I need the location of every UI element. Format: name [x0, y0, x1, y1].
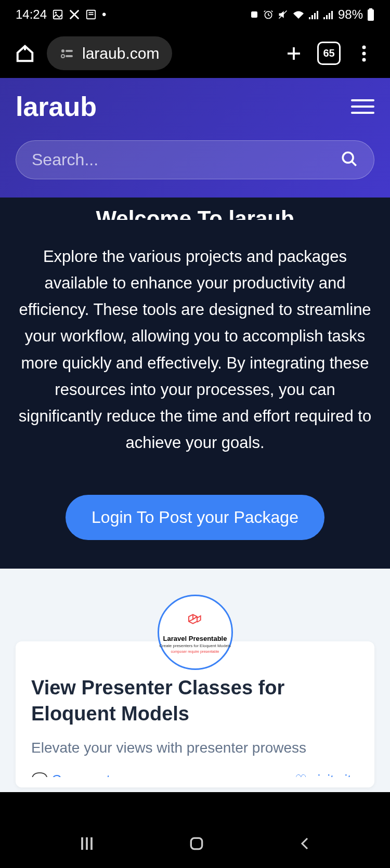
- svg-rect-11: [317, 11, 318, 19]
- hero-section: Welcome To laraub Explore the various pr…: [0, 198, 390, 569]
- site-logo[interactable]: laraub: [16, 91, 97, 122]
- svg-line-28: [352, 161, 356, 166]
- url-bar[interactable]: laraub.com: [47, 36, 172, 70]
- new-tab-button[interactable]: [281, 41, 307, 67]
- status-bar: 14:24 • 98%: [0, 0, 390, 29]
- login-button[interactable]: Login To Post your Package: [66, 495, 324, 540]
- svg-point-20: [61, 55, 64, 58]
- laravel-icon: [187, 612, 203, 632]
- badge-subtitle: Create presenters for Eloquent Models: [159, 643, 230, 648]
- svg-rect-16: [369, 8, 372, 9]
- image-icon: [52, 9, 63, 20]
- svg-rect-12: [323, 17, 325, 19]
- svg-rect-9: [311, 15, 313, 19]
- svg-rect-32: [191, 838, 202, 849]
- svg-rect-10: [314, 13, 316, 19]
- svg-rect-15: [331, 11, 333, 19]
- search-container[interactable]: [16, 140, 374, 179]
- url-text: laraub.com: [82, 45, 159, 62]
- card-description: Elevate your views with presenter prowes…: [31, 740, 359, 756]
- menu-button[interactable]: [351, 99, 374, 114]
- site-header: laraub: [0, 78, 390, 198]
- svg-point-25: [362, 51, 366, 55]
- heart-icon: ♡: [295, 772, 307, 777]
- badge-tag: composer require presentable: [171, 650, 219, 653]
- visit-link[interactable]: ♡ visit site: [295, 772, 359, 777]
- x-icon: [69, 9, 80, 20]
- browser-chrome: laraub.com 65: [0, 29, 390, 78]
- svg-point-24: [362, 45, 366, 49]
- browser-menu-button[interactable]: [351, 41, 377, 67]
- card-section: Laravel Presentable Create presenters fo…: [0, 569, 390, 792]
- home-button[interactable]: [13, 42, 36, 65]
- hero-title: Welcome To laraub: [96, 206, 294, 220]
- package-badge: Laravel Presentable Create presenters fo…: [158, 595, 233, 670]
- wifi-icon: [292, 9, 305, 20]
- tab-count: 65: [323, 47, 334, 59]
- card-title: View Presenter Classes for Eloquent Mode…: [31, 675, 359, 727]
- comment-link[interactable]: 💬 Comment: [31, 772, 110, 777]
- svg-rect-0: [54, 10, 62, 19]
- news-icon: [85, 9, 97, 20]
- search-icon[interactable]: [341, 150, 358, 170]
- back-nav-button[interactable]: [297, 836, 313, 851]
- svg-point-26: [362, 58, 366, 61]
- card-footer: 💬 Comment ♡ visit site: [31, 772, 359, 777]
- signal-icon-2: [323, 10, 334, 19]
- badge-title: Laravel Presentable: [163, 635, 227, 642]
- battery-icon: [367, 8, 374, 21]
- status-right: 98%: [250, 7, 374, 22]
- mute-icon: [278, 9, 288, 20]
- home-nav-button[interactable]: [188, 835, 205, 852]
- status-time: 14:24: [16, 7, 47, 22]
- site-header-top: laraub: [16, 91, 374, 122]
- svg-rect-5: [251, 11, 257, 18]
- hero-description: Explore the various projects and package…: [10, 243, 380, 456]
- alarm-icon: [263, 9, 274, 20]
- svg-point-1: [55, 11, 57, 14]
- site-settings-icon[interactable]: [60, 47, 74, 60]
- svg-point-18: [61, 49, 64, 52]
- tab-switcher-button[interactable]: 65: [317, 42, 341, 65]
- svg-rect-17: [368, 9, 374, 21]
- app-icon: [250, 10, 259, 19]
- system-nav-bar: [0, 819, 390, 868]
- battery-percent: 98%: [338, 7, 363, 22]
- status-left: 14:24 •: [16, 7, 106, 22]
- signal-icon-1: [309, 10, 319, 19]
- svg-rect-13: [326, 15, 328, 19]
- recent-apps-button[interactable]: [77, 834, 96, 853]
- svg-rect-14: [329, 13, 330, 19]
- svg-rect-8: [309, 17, 310, 19]
- comment-icon: 💬: [31, 772, 48, 777]
- hero-title-container: Welcome To laraub: [10, 198, 380, 220]
- svg-rect-19: [66, 50, 73, 52]
- search-input[interactable]: [32, 150, 341, 169]
- svg-point-27: [343, 152, 353, 163]
- svg-rect-21: [66, 55, 73, 57]
- more-indicator: •: [102, 7, 106, 22]
